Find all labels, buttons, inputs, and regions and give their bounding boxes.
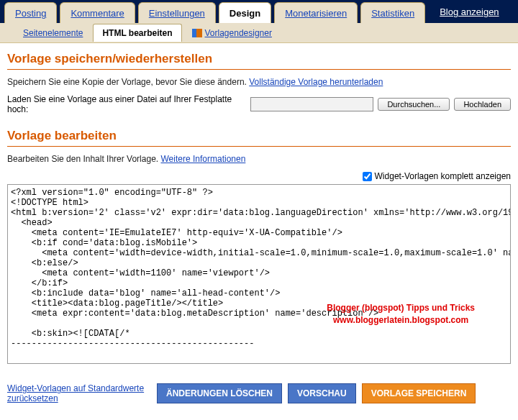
save-copy-text: Speichern Sie eine Kopie der Vorlage, be… — [7, 77, 511, 87]
tab-posting[interactable]: Posting — [4, 2, 57, 23]
tab-kommentare[interactable]: Kommentare — [60, 2, 135, 23]
expand-widgets-checkbox[interactable] — [363, 172, 372, 181]
reset-widgets-link[interactable]: Widget-Vorlagen auf Standardwerte zurück… — [7, 383, 151, 403]
subtab-link[interactable]: Seitenelemente — [23, 28, 83, 38]
subtab-vorlagendesigner[interactable]: Vorlagendesigner — [183, 24, 281, 42]
main-tabs: Posting Kommentare Einstellungen Design … — [0, 0, 518, 23]
save-template-button[interactable]: VORLAGE SPEICHERN — [362, 383, 476, 403]
heading-save-restore: Vorlage speichern/wiederherstellen — [7, 52, 511, 70]
subtab-seitenelemente[interactable]: Seitenelemente — [14, 24, 91, 42]
upload-label: Laden Sie eine Vorlage aus einer Datei a… — [7, 94, 246, 114]
delete-changes-button[interactable]: ÄNDERUNGEN LÖSCHEN — [157, 383, 282, 403]
expand-widgets-label: Widget-Vorlagen komplett anzeigen — [375, 171, 511, 181]
subtab-link[interactable]: Vorlagendesigner — [205, 28, 272, 38]
sub-tabs: Seitenelemente HTML bearbeiten Vorlagend… — [0, 23, 518, 43]
template-designer-icon — [192, 29, 202, 37]
file-path-input[interactable] — [250, 97, 373, 111]
download-template-link[interactable]: Vollständige Vorlage herunterladen — [249, 77, 383, 87]
tab-monetarisieren[interactable]: Monetarisieren — [274, 2, 358, 23]
tab-link[interactable]: Statistiken — [371, 8, 414, 19]
more-info-link[interactable]: Weitere Informationen — [160, 154, 245, 164]
heading-edit-template: Vorlage bearbeiten — [7, 129, 511, 147]
subtab-html[interactable]: HTML bearbeiten — [93, 24, 181, 42]
tab-link[interactable]: Einstellungen — [149, 8, 205, 19]
template-code-textarea[interactable] — [7, 184, 511, 364]
tab-link[interactable]: Monetarisieren — [285, 8, 347, 19]
tab-design[interactable]: Design — [219, 2, 271, 23]
tab-label: Design — [230, 8, 260, 19]
browse-button[interactable]: Durchsuchen... — [378, 98, 450, 111]
tab-link[interactable]: Kommentare — [71, 8, 124, 19]
tab-einstellungen[interactable]: Einstellungen — [138, 2, 216, 23]
preview-button[interactable]: VORSCHAU — [288, 383, 356, 403]
upload-button[interactable]: Hochladen — [454, 98, 511, 111]
blog-view-link[interactable]: Blog anzeigen — [431, 1, 507, 23]
edit-template-text: Bearbeiten Sie den Inhalt Ihrer Vorlage.… — [7, 154, 511, 164]
tab-link[interactable]: Posting — [15, 8, 46, 19]
tab-statistiken[interactable]: Statistiken — [360, 2, 425, 23]
